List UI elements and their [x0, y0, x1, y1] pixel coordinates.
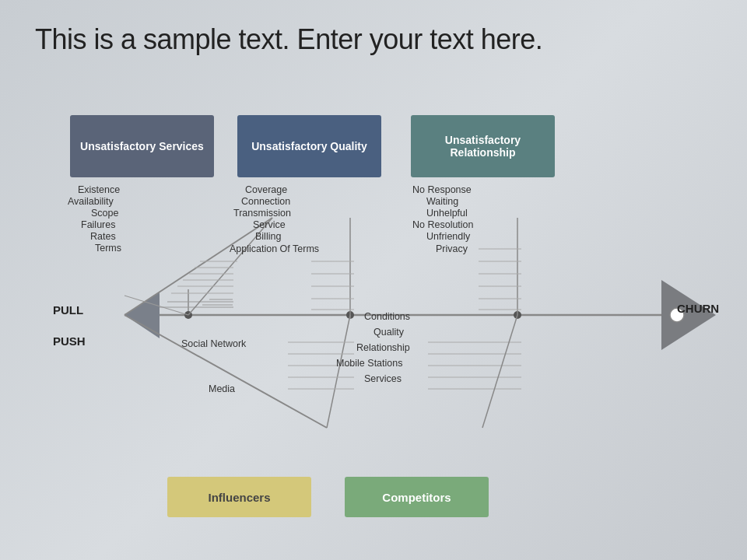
svg-line-5 — [124, 315, 327, 428]
label-mobile-stations: Mobile Stations — [336, 358, 402, 369]
label-no-response: No Response — [412, 184, 472, 195]
label-unfriendly: Unfriendly — [426, 231, 470, 242]
label-conditions: Conditions — [364, 311, 410, 322]
label-media: Media — [209, 383, 235, 394]
label-social-network: Social Network — [181, 338, 246, 349]
label-services: Services — [364, 373, 402, 384]
label-terms: Terms — [95, 243, 121, 254]
svg-line-47 — [482, 315, 517, 428]
label-unhelpful: Unhelpful — [426, 208, 468, 219]
label-transmission: Transmission — [233, 208, 291, 219]
label-waiting: Waiting — [426, 196, 458, 207]
label-privacy: Privacy — [436, 243, 468, 254]
label-service: Service — [253, 219, 286, 230]
box-influencers: Influencers — [167, 477, 311, 517]
page-title: This is a sample text. Enter your text h… — [35, 23, 542, 56]
label-rates: Rates — [90, 231, 116, 242]
label-application-of-terms: Application Of Terms — [230, 243, 319, 254]
svg-line-36 — [327, 315, 350, 428]
label-failures: Failures — [81, 219, 115, 230]
svg-line-4 — [124, 218, 272, 315]
label-coverage: Coverage — [245, 184, 287, 195]
push-label: PUSH — [53, 334, 86, 348]
box-competitors: Competitors — [345, 477, 489, 517]
churn-label: CHURN — [677, 302, 719, 315]
label-availability: Availability — [68, 196, 114, 207]
label-existence: Existence — [78, 184, 120, 195]
label-quality: Quality — [374, 327, 404, 338]
label-relationship: Relationship — [356, 342, 410, 353]
label-no-resolution: No Resolution — [412, 219, 474, 230]
pull-label: PULL — [53, 303, 83, 317]
label-billing: Billing — [255, 231, 281, 242]
label-scope: Scope — [91, 208, 118, 219]
label-connection: Connection — [241, 196, 290, 207]
